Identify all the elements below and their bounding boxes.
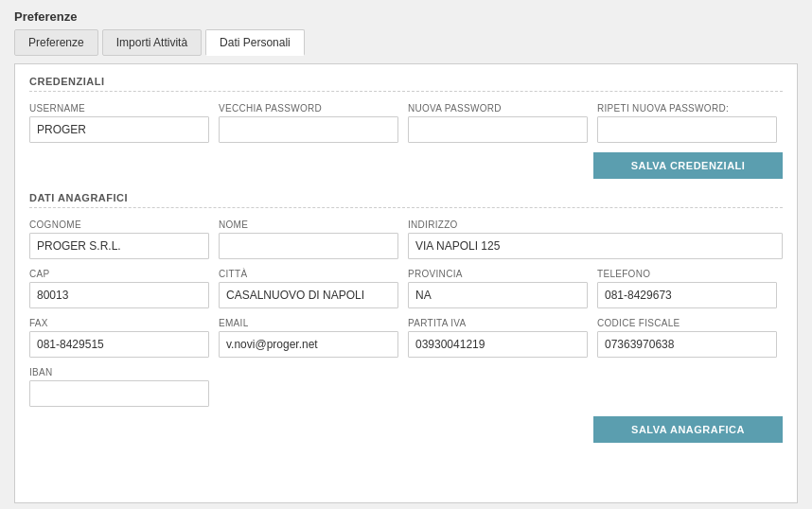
provincia-label: PROVINCIA <box>408 269 588 279</box>
cognome-group: COGNOME <box>29 219 209 259</box>
indirizzo-label: INDIRIZZO <box>408 219 783 230</box>
nome-label: NOME <box>219 219 398 230</box>
nuova-password-label: NUOVA PASSWORD <box>408 103 588 114</box>
cognome-label: COGNOME <box>29 219 209 230</box>
telefono-label: TELEFONO <box>597 269 777 279</box>
telefono-group: TELEFONO <box>597 269 777 308</box>
main-panel: CREDENZIALI USERNAME VECCHIA PASSWORD NU… <box>14 63 798 503</box>
codice-fiscale-input[interactable] <box>597 331 777 358</box>
partita-iva-group: PARTITA IVA <box>408 318 588 358</box>
partita-iva-label: PARTITA IVA <box>408 318 588 328</box>
telefono-input[interactable] <box>597 282 777 308</box>
salva-anagrafica-button[interactable]: SALVA ANAGRAFICA <box>593 416 783 443</box>
credenziali-title: CREDENZIALI <box>29 76 783 87</box>
username-label: USERNAME <box>29 103 209 114</box>
nuova-password-input[interactable] <box>408 116 588 143</box>
tab-dati-personali[interactable]: Dati Personali <box>205 29 305 56</box>
save-credentials-row: SALVA CREDENZIALI <box>29 152 783 179</box>
vecchia-password-label: VECCHIA PASSWORD <box>219 103 398 114</box>
fax-label: FAX <box>29 318 209 328</box>
citta-label: CITTÀ <box>219 269 398 279</box>
indirizzo-input[interactable] <box>408 233 783 259</box>
save-anagrafica-row: SALVA ANAGRAFICA <box>29 416 783 443</box>
cognome-input[interactable] <box>29 233 209 259</box>
iban-group: IBAN <box>29 367 209 407</box>
fax-group: FAX <box>29 318 209 358</box>
tab-importi[interactable]: Importi Attività <box>102 29 202 56</box>
credentials-row: USERNAME VECCHIA PASSWORD NUOVA PASSWORD… <box>29 103 783 143</box>
credenziali-divider <box>29 91 783 92</box>
nome-input[interactable] <box>219 233 398 259</box>
anagrafici-divider <box>29 207 783 208</box>
anagrafici-title: DATI ANAGRAFICI <box>29 192 783 203</box>
username-group: USERNAME <box>29 103 209 143</box>
provincia-input[interactable] <box>408 282 588 308</box>
salva-credenziali-button[interactable]: SALVA CREDENZIALI <box>593 152 783 179</box>
fax-input[interactable] <box>29 331 209 358</box>
anagrafici-row-1: COGNOME NOME INDIRIZZO <box>29 219 783 259</box>
iban-input[interactable] <box>29 380 209 407</box>
ripeti-password-input[interactable] <box>597 116 777 143</box>
codice-fiscale-label: CODICE FISCALE <box>597 318 777 328</box>
tab-preferenze[interactable]: Preferenze <box>14 29 98 56</box>
anagrafici-row-3: FAX EMAIL PARTITA IVA CODICE FISCALE <box>29 318 783 358</box>
ripeti-password-group: RIPETI NUOVA PASSWORD: <box>597 103 777 143</box>
iban-label: IBAN <box>29 367 209 377</box>
partita-iva-input[interactable] <box>408 331 588 358</box>
nuova-password-group: NUOVA PASSWORD <box>408 103 588 143</box>
indirizzo-group: INDIRIZZO <box>408 219 783 259</box>
ripeti-password-label: RIPETI NUOVA PASSWORD: <box>597 103 777 114</box>
email-label: EMAIL <box>219 318 398 328</box>
email-group: EMAIL <box>219 318 398 358</box>
page-title: Preferenze <box>0 0 812 29</box>
anagrafici-row-2: CAP CITTÀ PROVINCIA TELEFONO <box>29 269 783 308</box>
citta-group: CITTÀ <box>219 269 398 308</box>
cap-group: CAP <box>29 269 209 308</box>
provincia-group: PROVINCIA <box>408 269 588 308</box>
vecchia-password-input[interactable] <box>219 116 398 143</box>
nome-group: NOME <box>219 219 398 259</box>
username-input[interactable] <box>29 116 209 143</box>
citta-input[interactable] <box>219 282 398 308</box>
anagrafici-row-4: IBAN <box>29 367 783 407</box>
cap-label: CAP <box>29 269 209 279</box>
vecchia-password-group: VECCHIA PASSWORD <box>219 103 398 143</box>
tabs-bar: Preferenze Importi Attività Dati Persona… <box>0 29 812 56</box>
cap-input[interactable] <box>29 282 209 308</box>
codice-fiscale-group: CODICE FISCALE <box>597 318 777 358</box>
email-input[interactable] <box>219 331 398 358</box>
